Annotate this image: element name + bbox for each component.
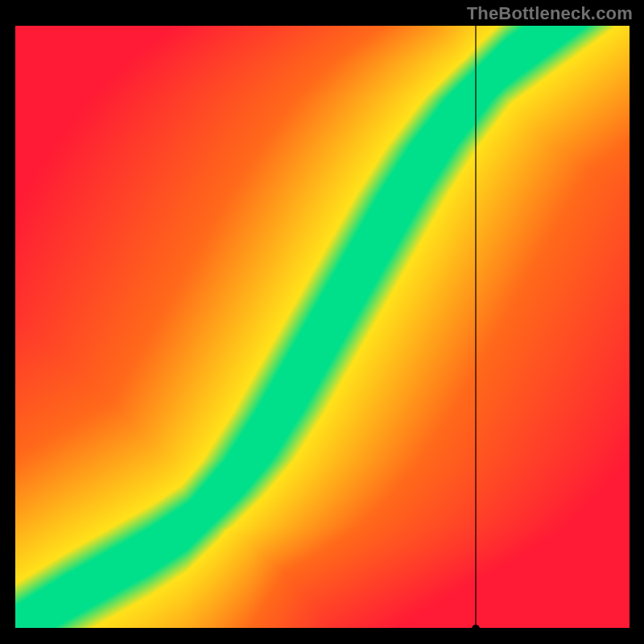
plot-frame xyxy=(14,26,630,630)
chart-container: TheBottleneck.com xyxy=(0,0,644,644)
heatmap-canvas xyxy=(14,26,630,630)
watermark-text: TheBottleneck.com xyxy=(467,3,633,24)
